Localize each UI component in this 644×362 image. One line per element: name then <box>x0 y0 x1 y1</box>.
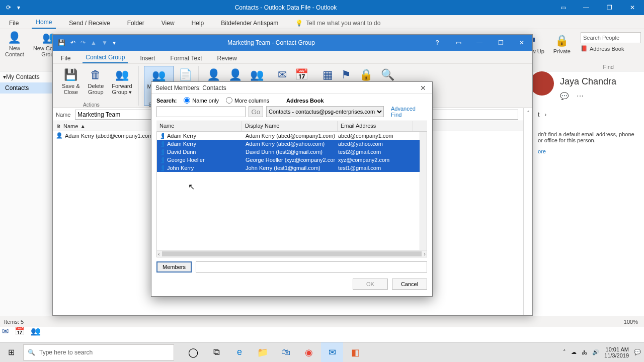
col-display-name[interactable]: Display Name <box>242 121 338 131</box>
go-button[interactable]: Go <box>249 106 263 117</box>
search-people-input[interactable]: Search People <box>581 32 641 43</box>
chevron-right-icon[interactable]: › <box>544 111 546 118</box>
taskbar-search[interactable]: 🔍Type here to search <box>23 344 174 360</box>
cg-collapse-pane[interactable]: ˄ <box>523 108 532 315</box>
sm-close-icon[interactable]: ✕ <box>418 84 428 92</box>
calendar-icon[interactable]: 📅 <box>15 326 25 336</box>
ms-store-icon[interactable]: 🛍 <box>275 342 297 363</box>
tray-chevron-icon[interactable]: ˄ <box>563 349 566 355</box>
undo-icon[interactable]: ↶ <box>70 39 75 46</box>
snagit-icon[interactable]: ◧ <box>344 342 366 363</box>
outlook-taskbar-icon[interactable]: ✉ <box>321 342 343 363</box>
person-icon: 👤 <box>157 133 164 139</box>
network-icon[interactable]: 🖧 <box>582 349 587 355</box>
contact-row[interactable]: 👤Adam KerryAdam Kerry (abcd@yahoo.com)ab… <box>157 140 427 148</box>
nav-contacts[interactable]: Contacts <box>0 82 52 94</box>
cg-minimize-icon[interactable]: — <box>469 35 490 51</box>
cg-tab-insert[interactable]: Insert <box>137 53 158 63</box>
sm-search-input[interactable] <box>156 106 246 117</box>
members-to-button[interactable]: Members <box>156 261 192 273</box>
ribbon-display-icon[interactable]: ▭ <box>551 0 575 15</box>
nav-my-contacts[interactable]: ▾My Contacts <box>0 71 52 82</box>
new-contact-button[interactable]: 👤New Contact <box>2 29 27 71</box>
members-field[interactable] <box>196 261 427 273</box>
advanced-find-link[interactable]: Advanced Find <box>391 106 427 118</box>
tab-send-receive[interactable]: Send / Receive <box>65 18 114 29</box>
tab-home[interactable]: Home <box>32 17 56 29</box>
cg-tab-review[interactable]: Review <box>214 53 240 63</box>
tab-bitdefender[interactable]: Bitdefender Antispam <box>217 18 282 29</box>
contact-row[interactable]: 👤Adam KerryAdam Kerry (abcd@company1.com… <box>157 132 427 140</box>
maximize-icon[interactable]: ❐ <box>598 0 621 15</box>
cg-maximize-icon[interactable]: ❐ <box>490 35 511 51</box>
next-icon[interactable]: ▼ <box>102 39 108 46</box>
lock-icon: 🔒 <box>555 34 569 47</box>
tell-me-box[interactable]: 💡Tell me what you want to do <box>291 18 384 29</box>
sm-title-text: Select Members: Contacts <box>155 84 418 92</box>
avatar <box>530 71 554 96</box>
address-book-button[interactable]: 📕Address Book <box>581 45 641 52</box>
clock[interactable]: 10:01 AM 11/3/2019 <box>604 346 629 358</box>
task-view-icon[interactable]: ⧉ <box>205 342 227 363</box>
people-icon[interactable]: 👥 <box>31 326 41 336</box>
taskbar: ⊞ 🔍Type here to search ◯ ⧉ e 📁 🛍 ◉ ✉ ◧ ˄… <box>0 342 644 362</box>
action-center-icon[interactable]: 💬 <box>634 349 641 355</box>
cg-tab-format-text[interactable]: Format Text <box>167 53 205 63</box>
cg-tab-contact-group[interactable]: Contact Group <box>83 52 128 63</box>
reading-pane: Jaya Chandra 💬 ⋯ t › dn't find a default… <box>532 71 644 316</box>
cg-ribbon-display-icon[interactable]: ▭ <box>448 35 469 51</box>
minimize-icon[interactable]: — <box>575 0 598 15</box>
show-more-link[interactable]: ore <box>538 148 639 154</box>
save-close-icon: 💾 <box>64 67 77 83</box>
start-button[interactable]: ⊞ <box>0 342 22 363</box>
outlook-title-bar: ⟳ ▾ Contacts - Outlook Data File - Outlo… <box>0 0 644 15</box>
mail-icon[interactable]: ✉ <box>2 326 9 336</box>
search-label: Search: <box>156 98 177 104</box>
close-icon[interactable]: ✕ <box>621 0 644 15</box>
tab-view[interactable]: View <box>157 18 179 29</box>
tab-help[interactable]: Help <box>188 18 208 29</box>
prev-icon[interactable]: ▲ <box>91 39 97 46</box>
edge-icon[interactable]: e <box>228 342 251 363</box>
more-icon[interactable]: ⋯ <box>577 92 584 100</box>
sm-horizontal-scrollbar[interactable]: ‹› <box>156 250 427 257</box>
contact-row[interactable]: 👤John KerryJohn Kerry (test1@gmail.com)t… <box>157 164 427 172</box>
save-close-button[interactable]: 💾Save & Close <box>59 66 83 106</box>
chrome-icon[interactable]: ◉ <box>298 342 320 363</box>
chat-icon[interactable]: 💬 <box>560 92 569 100</box>
cg-close-icon[interactable]: ✕ <box>511 35 532 51</box>
refresh-icon[interactable]: ⟳ <box>6 4 11 11</box>
cancel-button[interactable]: Cancel <box>392 279 427 290</box>
remove-member-icon: 👤 <box>228 67 242 83</box>
private-button[interactable]: 🔒Private <box>550 32 574 56</box>
address-book-select[interactable]: Contacts - contactus@psg-enterprises.com <box>266 106 384 117</box>
col-name[interactable]: Name <box>156 121 242 131</box>
tab-folder[interactable]: Folder <box>123 18 148 29</box>
notes-icon: 📄 <box>179 67 192 83</box>
ok-button[interactable]: OK <box>353 279 388 290</box>
cortana-icon[interactable]: ◯ <box>182 342 204 363</box>
name-only-radio[interactable]: Name only <box>184 97 219 104</box>
nav-pane: ▾My Contacts Contacts <box>0 71 52 316</box>
sm-vertical-scrollbar[interactable] <box>420 132 427 250</box>
forward-icon: 👥 <box>115 67 129 83</box>
onedrive-icon[interactable]: ☁ <box>571 349 577 355</box>
no-details-text: dn't find a default email address, phone… <box>538 131 639 143</box>
cg-tab-file[interactable]: File <box>58 53 73 63</box>
cg-window-title: Marketing Team - Contact Group <box>116 39 427 46</box>
file-explorer-icon[interactable]: 📁 <box>252 342 274 363</box>
delete-group-button[interactable]: 🗑Delete Group <box>85 66 107 106</box>
col-email[interactable]: Email Address <box>338 121 413 131</box>
forward-group-button[interactable]: 👥Forward Group ▾ <box>109 66 135 106</box>
redo-icon[interactable]: ↷ <box>80 39 86 46</box>
tab-file[interactable]: File <box>5 18 23 29</box>
more-columns-radio[interactable]: More columns <box>226 97 269 104</box>
contact-row[interactable]: 👤David DunnDavid Dunn (test2@gmail.com)t… <box>157 148 427 156</box>
contact-row[interactable]: 👤George HoellerGeorge Hoeller (xyz@compa… <box>157 156 427 164</box>
cg-help-icon[interactable]: ? <box>427 35 448 51</box>
cg-ribbon-tabs: File Contact Group Insert Format Text Re… <box>53 51 532 64</box>
save-icon[interactable]: 💾 <box>58 39 65 46</box>
zoom-level[interactable]: 100% <box>624 319 638 325</box>
volume-icon[interactable]: 🔊 <box>592 349 599 355</box>
sm-contact-list[interactable]: 👤Adam KerryAdam Kerry (abcd@company1.com… <box>156 132 427 250</box>
